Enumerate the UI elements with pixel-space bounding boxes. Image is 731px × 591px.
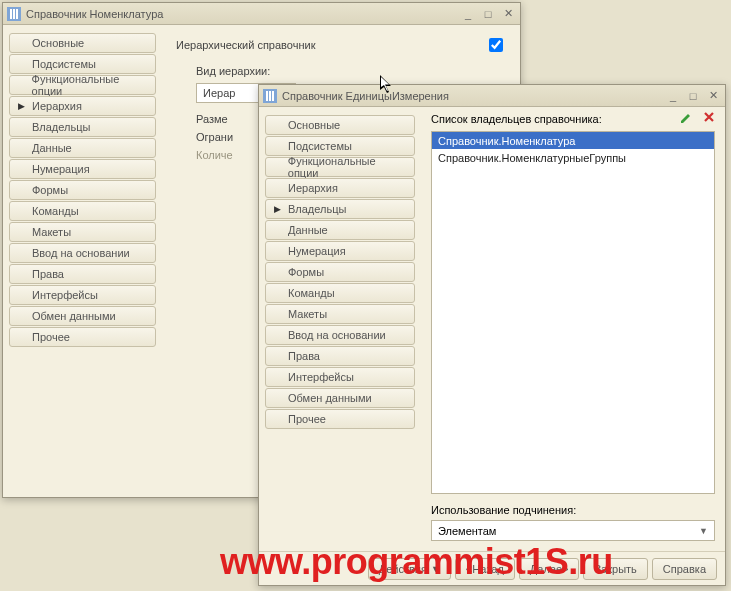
list-item[interactable]: Справочник.Номенклатура <box>432 132 714 149</box>
nav-item[interactable]: Команды <box>9 201 156 221</box>
nav-item[interactable]: Данные <box>265 220 415 240</box>
maximize-button[interactable]: □ <box>480 7 496 21</box>
help-button[interactable]: Справка <box>652 558 717 580</box>
nav-item[interactable]: Основные <box>265 115 415 135</box>
nav-item-label: Команды <box>288 287 335 299</box>
svg-rect-7 <box>272 91 274 101</box>
nav-item[interactable]: Обмен данными <box>265 388 415 408</box>
nav-item[interactable]: Функциональные опции <box>9 75 156 95</box>
minimize-button[interactable]: _ <box>665 89 681 103</box>
nav-item-label: Ввод на основании <box>32 247 130 259</box>
nav-item-label: Владельцы <box>32 121 90 133</box>
close-button[interactable]: ✕ <box>500 7 516 21</box>
minimize-button[interactable]: _ <box>460 7 476 21</box>
nav-item[interactable]: Прочее <box>265 409 415 429</box>
window-title: Справочник ЕдиницыИзмерения <box>282 90 665 102</box>
nav-item-label: Прочее <box>288 413 326 425</box>
nav-item-label: Основные <box>288 119 340 131</box>
nav-item-label: Иерархия <box>32 100 82 112</box>
nav-item-label: Интерфейсы <box>288 371 354 383</box>
nav-item[interactable]: Ввод на основании <box>265 325 415 345</box>
nav-item[interactable]: Владельцы <box>9 117 156 137</box>
nav-item[interactable]: Подсистемы <box>9 54 156 74</box>
nav-item[interactable]: ▶Владельцы <box>265 199 415 219</box>
nav-item[interactable]: Нумерация <box>265 241 415 261</box>
window-spravochnik-edinitsy: Справочник ЕдиницыИзмерения _ □ ✕ Основн… <box>258 84 726 586</box>
nav-item[interactable]: Команды <box>265 283 415 303</box>
nav-item[interactable]: Обмен данными <box>9 306 156 326</box>
list-item[interactable]: Справочник.НоменклатурныеГруппы <box>432 149 714 166</box>
owners-listbox[interactable]: Справочник.НоменклатураСправочник.Номенк… <box>431 131 715 494</box>
nav-item-label: Функциональные опции <box>32 73 147 97</box>
chevron-right-icon: ▶ <box>274 204 282 214</box>
svg-rect-1 <box>10 9 12 19</box>
nav-panel: ОсновныеПодсистемыФункциональные опцииИе… <box>259 107 421 551</box>
nav-item[interactable]: Иерархия <box>265 178 415 198</box>
nav-item[interactable]: Макеты <box>9 222 156 242</box>
hierarchical-label: Иерархический справочник <box>176 39 315 51</box>
close-button[interactable]: ✕ <box>705 89 721 103</box>
nav-item-label: Права <box>288 350 320 362</box>
nav-item-label: Формы <box>32 184 68 196</box>
nav-item-label: Прочее <box>32 331 70 343</box>
owners-panel: Список владельцев справочника: Справочни… <box>421 107 725 551</box>
nav-item-label: Формы <box>288 266 324 278</box>
nav-item-label: Подсистемы <box>32 58 96 70</box>
nav-item[interactable]: Данные <box>9 138 156 158</box>
nav-item[interactable]: Основные <box>9 33 156 53</box>
svg-rect-2 <box>13 9 15 19</box>
nav-item[interactable]: ▶Иерархия <box>9 96 156 116</box>
nav-item-label: Данные <box>32 142 72 154</box>
nav-item[interactable]: Формы <box>265 262 415 282</box>
subordination-label: Использование подчинения: <box>431 504 576 516</box>
nav-item[interactable]: Макеты <box>265 304 415 324</box>
nav-item-label: Функциональные опции <box>288 155 406 179</box>
svg-rect-5 <box>266 91 268 101</box>
nav-item[interactable]: Нумерация <box>9 159 156 179</box>
nav-item[interactable]: Интерфейсы <box>9 285 156 305</box>
nav-item[interactable]: Функциональные опции <box>265 157 415 177</box>
edit-icon[interactable] <box>679 111 693 127</box>
window-controls: _ □ ✕ <box>665 89 721 103</box>
nav-item-label: Макеты <box>288 308 327 320</box>
chevron-down-icon: ▼ <box>699 526 708 536</box>
nav-item-label: Нумерация <box>32 163 90 175</box>
nav-item[interactable]: Права <box>265 346 415 366</box>
app-icon <box>7 7 21 21</box>
window-controls: _ □ ✕ <box>460 7 516 21</box>
owners-header-label: Список владельцев справочника: <box>431 113 602 125</box>
nav-item-label: Основные <box>32 37 84 49</box>
nav-panel: ОсновныеПодсистемыФункциональные опции▶И… <box>3 25 162 469</box>
delete-icon[interactable] <box>703 111 715 127</box>
nav-item-label: Обмен данными <box>288 392 372 404</box>
nav-item-label: Команды <box>32 205 79 217</box>
titlebar[interactable]: Справочник ЕдиницыИзмерения _ □ ✕ <box>259 85 725 107</box>
nav-item-label: Иерархия <box>288 182 338 194</box>
nav-item-label: Владельцы <box>288 203 346 215</box>
nav-item-label: Интерфейсы <box>32 289 98 301</box>
nav-item-label: Подсистемы <box>288 140 352 152</box>
svg-rect-3 <box>16 9 18 19</box>
titlebar[interactable]: Справочник Номенклатура _ □ ✕ <box>3 3 520 25</box>
nav-item[interactable]: Интерфейсы <box>265 367 415 387</box>
maximize-button[interactable]: □ <box>685 89 701 103</box>
svg-rect-6 <box>269 91 271 101</box>
nav-item-label: Нумерация <box>288 245 346 257</box>
watermark-text: www.programmist1S.ru <box>220 541 613 583</box>
vid-ierarhii-label: Вид иерархии: <box>196 65 506 77</box>
nav-item[interactable]: Прочее <box>9 327 156 347</box>
app-icon <box>263 89 277 103</box>
nav-item[interactable]: Подсистемы <box>265 136 415 156</box>
window-title: Справочник Номенклатура <box>26 8 460 20</box>
nav-item-label: Права <box>32 268 64 280</box>
nav-item-label: Ввод на основании <box>288 329 386 341</box>
hierarchical-checkbox[interactable] <box>489 38 503 52</box>
nav-item[interactable]: Права <box>9 264 156 284</box>
nav-item[interactable]: Ввод на основании <box>9 243 156 263</box>
nav-item-label: Обмен данными <box>32 310 116 322</box>
nav-item-label: Данные <box>288 224 328 236</box>
chevron-right-icon: ▶ <box>18 101 26 111</box>
nav-item[interactable]: Формы <box>9 180 156 200</box>
nav-item-label: Макеты <box>32 226 71 238</box>
subordination-combo[interactable]: Элементам ▼ <box>431 520 715 541</box>
